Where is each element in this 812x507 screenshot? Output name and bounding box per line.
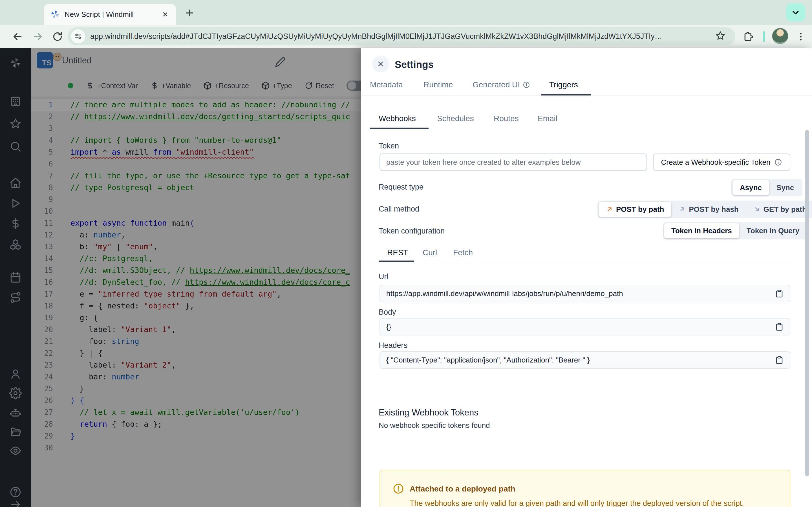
headers-field[interactable]: { "Content-Type": "application/json", "A… [379, 351, 790, 369]
tab-runtime[interactable]: Runtime [423, 80, 453, 89]
sidebar-item-schedules[interactable] [9, 271, 22, 284]
forward-button[interactable] [30, 29, 46, 45]
copy-clipboard-icon[interactable] [775, 356, 783, 364]
code-line[interactable]: 3 [31, 122, 361, 134]
reload-button[interactable] [50, 29, 65, 45]
code-line[interactable]: 14 //c: Postgresql, [31, 252, 361, 265]
code-line[interactable]: 18 f = { nested: "object" }, [31, 300, 361, 312]
code-line[interactable]: 6 [31, 158, 361, 170]
code-line[interactable]: 30 [31, 442, 361, 454]
option-get-by-path[interactable]: GET by path [746, 202, 812, 217]
tab-routes[interactable]: Routes [494, 114, 519, 123]
code-line[interactable]: 8// type Postgresql = object [31, 182, 361, 193]
code-editor[interactable]: 1// there are multiple modes to add as h… [31, 96, 361, 507]
tab-rest[interactable]: REST [387, 248, 408, 257]
sidebar-item-search[interactable] [9, 140, 22, 153]
code-line[interactable]: 9 [31, 193, 361, 205]
sidebar-item-workspace[interactable] [9, 95, 22, 108]
tab-generated-ui[interactable]: Generated UI [472, 80, 530, 89]
drawer-close-button[interactable] [372, 55, 389, 72]
browser-menu-icon[interactable] [793, 29, 809, 45]
site-settings-icon[interactable] [71, 29, 85, 43]
option-post-by-path[interactable]: POST by path [599, 202, 671, 217]
code-line[interactable]: 15 //d: wmill.S3Object, // https://www.w… [31, 265, 361, 276]
code-line[interactable]: 26) { [31, 395, 361, 406]
sidebar-item-folders[interactable] [9, 425, 22, 438]
sidebar-item-variables[interactable] [9, 217, 22, 230]
code-line[interactable]: 13 b: "my" | "enum", [31, 241, 361, 252]
toolbar-type-button[interactable]: +Type [261, 81, 292, 90]
body-field[interactable]: {} [379, 318, 790, 335]
code-line[interactable]: 12 a: number, [31, 229, 361, 241]
back-button[interactable] [10, 29, 26, 45]
bookmark-star-icon[interactable] [715, 31, 726, 42]
code-line[interactable]: 17 e = "inferred type string from defaul… [31, 288, 361, 300]
tab-metadata[interactable]: Metadata [370, 80, 403, 89]
sidebar-item-routes[interactable] [9, 291, 22, 304]
code-line[interactable]: 20 label: "Variant 1", [31, 324, 361, 335]
code-line[interactable]: 25 } [31, 383, 361, 395]
code-line[interactable]: 22 } | { [31, 347, 361, 359]
new-tab-button[interactable] [183, 6, 196, 20]
line-number: 3 [31, 122, 53, 134]
diff-toggle[interactable] [347, 80, 361, 91]
url-field[interactable]: https://app.windmill.dev/api/w/windmill-… [379, 285, 790, 302]
toolbar-resource-button[interactable]: +Resource [203, 81, 249, 90]
option-sync[interactable]: Sync [769, 180, 801, 195]
create-webhook-token-button[interactable]: Create a Webhook-specific Token [653, 154, 790, 171]
tab-list-chevron-button[interactable] [786, 3, 805, 21]
code-line[interactable]: 23 label: "Variant 2", [31, 359, 361, 371]
sidebar-item-favorites[interactable] [9, 117, 22, 130]
tab-fetch[interactable]: Fetch [453, 248, 473, 257]
sidebar-item-audit-logs[interactable] [9, 445, 22, 457]
tab-triggers[interactable]: Triggers [549, 80, 578, 89]
toolbar-variable-button[interactable]: +Variable [150, 81, 191, 90]
windmill-logo-icon [9, 57, 22, 69]
sidebar-item-workers[interactable] [9, 407, 22, 419]
drawer-scrollbar[interactable] [805, 130, 809, 476]
code-line[interactable]: 21 foo: string [31, 335, 361, 347]
browser-tab[interactable]: New Script | Windmill [44, 4, 176, 25]
code-line[interactable]: 27 // let x = await wmill.getVariable('u… [31, 406, 361, 418]
tab-curl[interactable]: Curl [423, 248, 437, 257]
code-line[interactable]: 5import * as wmill from "windmill-client… [31, 146, 361, 158]
sidebar-item-help[interactable] [9, 486, 22, 498]
code-line[interactable]: 10 [31, 205, 361, 217]
tab-webhooks[interactable]: Webhooks [378, 114, 416, 123]
option-post-by-hash[interactable]: POST by hash [671, 202, 746, 217]
copy-clipboard-icon[interactable] [775, 289, 783, 298]
edit-pencil-icon[interactable] [275, 57, 286, 67]
sidebar-item-settings[interactable] [9, 387, 22, 399]
toolbar-reset-button[interactable]: Reset [305, 81, 334, 90]
code-line[interactable]: 11export async function main( [31, 217, 361, 229]
code-line[interactable]: 1// there are multiple modes to add as h… [31, 99, 361, 111]
code-line[interactable]: 16 //d: DynSelect_foo, // https://www.wi… [31, 276, 361, 288]
code-line[interactable]: 4// import { toWords } from "number-to-w… [31, 134, 361, 146]
extensions-icon[interactable] [741, 29, 756, 45]
sidebar-item-user[interactable] [9, 368, 22, 380]
sidebar-item-home[interactable] [9, 177, 22, 189]
tab-close-icon[interactable] [160, 10, 170, 19]
code-line[interactable]: 2// https://www.windmill.dev/docs/gettin… [31, 111, 361, 122]
copy-clipboard-icon[interactable] [775, 323, 783, 331]
sidebar-item-expand[interactable] [9, 498, 22, 507]
profile-avatar[interactable] [772, 28, 788, 44]
toolbar-context-var-button[interactable]: +Context Var [86, 81, 138, 90]
code-line[interactable]: 7// fill the type, or use the +Resource … [31, 170, 361, 182]
tab-schedules[interactable]: Schedules [437, 114, 474, 123]
option-token-in-query[interactable]: Token in Query [739, 223, 807, 238]
sidebar-item-resources[interactable] [9, 238, 22, 250]
code-line[interactable]: 29} [31, 430, 361, 442]
sidebar-item-windmill-logo[interactable] [9, 57, 22, 69]
code-line[interactable]: 28 return { foo: a }; [31, 418, 361, 430]
token-input[interactable]: paste your token here once created to al… [379, 154, 647, 171]
browser-toolbar: app.windmill.dev/scripts/add#JTdCJTIyaGF… [0, 25, 812, 48]
option-async[interactable]: Async [732, 180, 769, 195]
tab-email[interactable]: Email [538, 114, 557, 123]
sidebar-item-runs[interactable] [9, 197, 22, 210]
code-line[interactable]: 19 g: { [31, 312, 361, 324]
option-token-in-headers[interactable]: Token in Headers [664, 223, 739, 238]
code-text: } [70, 430, 75, 442]
code-line[interactable]: 24 bar: number [31, 371, 361, 383]
url-bar[interactable]: app.windmill.dev/scripts/add#JTdCJTIyaGF… [68, 27, 735, 45]
